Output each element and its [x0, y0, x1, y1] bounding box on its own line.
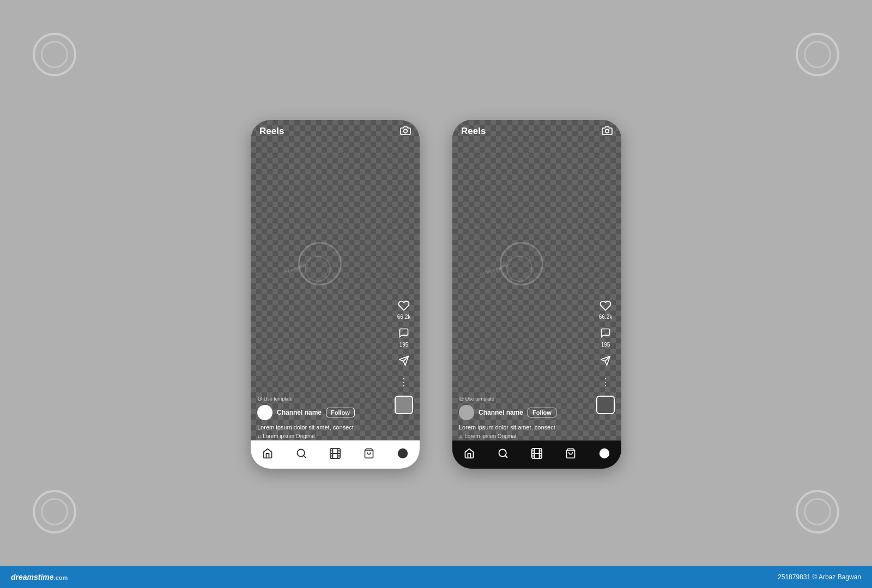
footer-brand: dreamstime.com [11, 573, 68, 581]
more-action-dark[interactable]: ⋮ [601, 376, 610, 388]
reels-title-dark: Reels [461, 126, 486, 137]
svg-point-7 [397, 448, 407, 458]
camera-icon-dark[interactable] [602, 125, 613, 138]
action-bar-light: 66.2k 195 [395, 300, 413, 414]
nav-home-light[interactable] [262, 448, 274, 462]
more-action-light[interactable]: ⋮ [399, 376, 409, 388]
nav-home-dark[interactable] [463, 448, 475, 462]
phone-light: Reels dreamstime [251, 120, 420, 469]
thumbnail-action-dark[interactable] [596, 396, 615, 414]
like-count-dark: 66.2k [599, 314, 612, 320]
channel-name-dark: Channel name [479, 409, 523, 416]
top-bar-light: Reels [251, 120, 420, 141]
nav-profile-dark[interactable] [598, 447, 610, 462]
nav-shop-dark[interactable] [565, 447, 576, 462]
like-count-light: 66.2k [397, 314, 410, 320]
top-bar-dark: Reels [452, 120, 621, 141]
nav-profile-light[interactable] [397, 447, 409, 462]
svg-point-0 [404, 129, 408, 133]
nav-search-light[interactable] [296, 448, 307, 462]
share-action-light[interactable] [398, 355, 409, 368]
follow-button-dark[interactable]: Follow [528, 408, 556, 417]
audio-light: ♫ Lorem ipsum Original [257, 433, 387, 439]
bottom-nav-light [251, 440, 420, 469]
nav-reels-light[interactable] [329, 447, 341, 462]
share-icon-dark [600, 355, 611, 368]
comment-action-light[interactable]: 195 [398, 328, 410, 348]
camera-icon-light[interactable] [400, 125, 411, 138]
channel-row-dark: Channel name Follow [459, 405, 589, 420]
channel-row-light: Channel name Follow [257, 405, 387, 420]
comment-count-light: 195 [399, 342, 409, 348]
action-bar-dark: 66.2k 195 [596, 300, 615, 414]
like-action-light[interactable]: 66.2k [397, 300, 410, 320]
caption-dark: Lorem ipsum dolor sit amet, consect [459, 423, 589, 431]
avatar-light[interactable] [257, 405, 272, 420]
comment-icon-dark [600, 328, 611, 341]
video-area-light: dreamstime 66.2k [251, 120, 420, 469]
svg-line-4 [304, 455, 306, 457]
thumbnail-action-light[interactable] [395, 396, 413, 414]
more-icon-dark: ⋮ [601, 376, 610, 388]
bottom-info-dark: @ Use template Channel name Follow Lorem… [459, 396, 589, 439]
nav-reels-dark[interactable] [531, 447, 543, 462]
caption-light: Lorem ipsum dolor sit amet, consect [257, 423, 387, 431]
follow-button-light[interactable]: Follow [326, 408, 355, 417]
audio-dark: ♫ Lorem ipsum Original [459, 433, 589, 439]
comment-action-dark[interactable]: 195 [600, 328, 611, 348]
footer-attribution: 251879831 © Arbaz Bagwan [778, 573, 861, 581]
bottom-info-light: @ Use template Channel name Follow Lorem… [257, 396, 387, 439]
channel-name-light: Channel name [277, 409, 322, 416]
comment-count-dark: 195 [601, 342, 610, 348]
reels-title-light: Reels [259, 126, 284, 137]
svg-line-12 [505, 455, 507, 457]
video-area-dark: dreamstime 66.2k [452, 120, 621, 469]
svg-point-15 [599, 448, 609, 458]
heart-icon-dark [600, 300, 611, 313]
footer-bar: dreamstime.com 251879831 © Arbaz Bagwan [0, 566, 872, 588]
share-action-dark[interactable] [600, 355, 611, 368]
svg-point-8 [605, 129, 609, 133]
nav-shop-light[interactable] [364, 447, 374, 462]
comment-icon-light [398, 328, 410, 341]
like-action-dark[interactable]: 66.2k [599, 300, 612, 320]
bottom-nav-dark [452, 440, 621, 469]
phones-container: Reels dreamstime [251, 120, 621, 469]
thumbnail-dark [596, 396, 615, 414]
use-template-light[interactable]: @ Use template [257, 396, 387, 402]
thumbnail-light [395, 396, 413, 414]
nav-search-dark[interactable] [498, 448, 508, 462]
more-icon-light: ⋮ [399, 376, 409, 388]
use-template-dark[interactable]: @ Use template [459, 396, 589, 402]
heart-icon-light [398, 300, 410, 313]
avatar-dark[interactable] [459, 405, 474, 420]
share-icon-light [398, 355, 409, 368]
phone-dark: Reels dreamstime [452, 120, 621, 469]
